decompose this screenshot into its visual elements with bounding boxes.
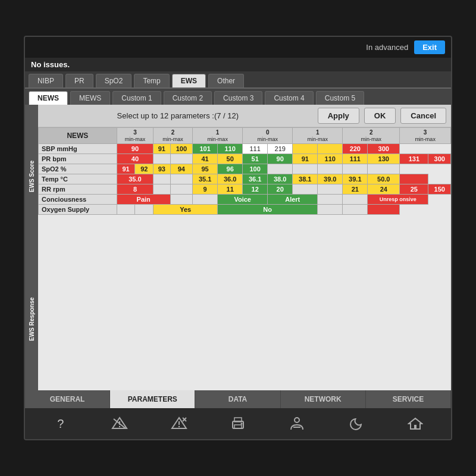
- apply-button[interactable]: Apply: [318, 108, 359, 124]
- cell-temp-2ca: 39.1: [343, 174, 368, 184]
- cell-spo2-2b: 93: [154, 164, 170, 174]
- ok-button[interactable]: OK: [364, 108, 396, 124]
- subtab-custom5[interactable]: Custom 5: [316, 91, 364, 105]
- col-header-0: 0min-max: [243, 128, 293, 144]
- subtab-custom1[interactable]: Custom 1: [112, 91, 161, 105]
- cell-pr-0a: 51: [243, 154, 268, 164]
- night-icon[interactable]: [345, 413, 368, 434]
- cell-o2-no: No: [218, 205, 318, 215]
- cell-sbp-1ca: [293, 144, 318, 154]
- cell-pr-2b: [170, 154, 193, 164]
- cell-spo2-e1: [268, 164, 293, 174]
- bottom-tabs: GENERAL PARAMETERS DATA NETWORK SERVICE: [25, 390, 451, 408]
- table-row: SpO2 % 91 92 93 94 95 96 100: [39, 164, 451, 174]
- bottom-icons: ?: [25, 408, 451, 439]
- cell-sbp-1b: 110: [218, 144, 243, 154]
- tab-other[interactable]: Other: [208, 74, 244, 87]
- row-label-rr: RR rpm: [39, 184, 117, 195]
- print-icon[interactable]: [226, 413, 250, 434]
- screen: In advanced Exit No issues. NIBP PR SpO2…: [24, 36, 452, 440]
- bottom-tab-general[interactable]: GENERAL: [25, 390, 110, 408]
- cell-temp-1a: 35.1: [193, 174, 218, 184]
- cell-rr-3a: 25: [400, 184, 428, 195]
- cell-sbp-0a: 111: [243, 144, 268, 154]
- svg-point-6: [178, 426, 179, 427]
- select-info: Select up to 12 parameters :(7 / 12): [43, 111, 313, 120]
- subtab-news[interactable]: NEWS: [29, 91, 68, 105]
- cell-spo2-1b: 95: [193, 164, 218, 174]
- cell-rr-0a: 12: [243, 184, 268, 195]
- alarm-mute-icon[interactable]: [167, 413, 191, 434]
- side-labels: EWS Score EWS Response: [25, 105, 38, 390]
- cell-temp-0a: 36.1: [243, 174, 268, 184]
- cell-rr-1ca: [293, 184, 318, 195]
- cell-pr-3b: 300: [428, 154, 451, 164]
- table-row: Oxygen Supply Yes No: [39, 205, 451, 215]
- cell-temp-1cb: 39.0: [318, 174, 343, 184]
- cancel-button[interactable]: Cancel: [400, 108, 446, 124]
- bottom-tab-parameters[interactable]: PARAMETERS: [110, 390, 195, 408]
- table-row: Conciousness Pain Voice Alert Unresp ons…: [39, 195, 451, 205]
- cell-pr-0b: 90: [268, 154, 293, 164]
- table-row: SBP mmHg 90 91 100 101 110 111 219 220: [39, 144, 451, 154]
- subtab-mews[interactable]: MEWS: [70, 91, 110, 105]
- cell-pr-2ca: 111: [343, 154, 368, 164]
- cell-spo2-2a: 92: [135, 164, 154, 174]
- ews-score-label: EWS Score: [25, 105, 38, 248]
- row-label-pr: PR bpm: [39, 154, 117, 164]
- cell-sbp-3b: 300: [368, 144, 400, 154]
- top-tabs: NIBP PR SpO2 Temp EWS Other: [25, 71, 451, 87]
- cell-o2-e2: [135, 205, 154, 215]
- svg-point-2: [119, 426, 120, 427]
- cell-sbp-2b: 100: [170, 144, 193, 154]
- tab-spo2[interactable]: SpO2: [96, 74, 132, 87]
- tab-temp[interactable]: Temp: [134, 74, 169, 87]
- cell-sbp-1cb: [318, 144, 343, 154]
- main-content: EWS Score EWS Response Select up to 12 p…: [25, 105, 451, 390]
- bottom-tab-data[interactable]: DATA: [195, 390, 280, 408]
- row-label-o2: Oxygen Supply: [39, 205, 117, 215]
- cell-o2-yes: Yes: [154, 205, 218, 215]
- cell-rr-0b: 20: [268, 184, 293, 195]
- header: In advanced Exit: [25, 37, 451, 58]
- cell-rr-3: 8: [117, 184, 153, 195]
- patient-icon[interactable]: [285, 413, 309, 434]
- bottom-tab-service[interactable]: SERVICE: [366, 390, 451, 408]
- col-header-1: 1min-max: [193, 128, 243, 144]
- status-bar: No issues.: [25, 58, 451, 71]
- bottom-tab-network[interactable]: NETWORK: [281, 390, 366, 408]
- subtab-custom2[interactable]: Custom 2: [164, 91, 212, 105]
- home-icon[interactable]: [403, 413, 427, 434]
- cell-rr-2a: 21: [343, 184, 368, 195]
- cell-sbp-3: 90: [117, 144, 153, 154]
- cell-rr-1b: 11: [218, 184, 243, 195]
- table-row: Temp °C 35.0 35.1 36.0 36.1 38.0 38.1 39…: [39, 174, 451, 184]
- alarm-off-icon[interactable]: [108, 413, 131, 434]
- subtab-custom4[interactable]: Custom 4: [265, 91, 313, 105]
- help-icon[interactable]: ?: [49, 413, 73, 434]
- col-header-3b: 3min-max: [400, 128, 451, 144]
- tab-nibp[interactable]: NIBP: [29, 74, 63, 87]
- row-label-temp: Temp °C: [39, 174, 117, 184]
- cell-temp-0b: 38.0: [268, 174, 293, 184]
- ews-wrapper: EWS Score EWS Response Select up to 12 p…: [25, 105, 451, 390]
- cell-spo2-e2: [293, 164, 318, 174]
- cell-o2-e1: [117, 205, 135, 215]
- exit-button[interactable]: Exit: [414, 40, 445, 54]
- cell-rr-1cb: [318, 184, 343, 195]
- cell-temp-1ca: 38.1: [293, 174, 318, 184]
- header-label: In advanced: [366, 43, 408, 52]
- cell-sbp-1a: 101: [193, 144, 218, 154]
- tab-ews[interactable]: EWS: [172, 74, 206, 87]
- tab-pr[interactable]: PR: [65, 74, 93, 87]
- row-label-spo2: SpO2 %: [39, 164, 117, 174]
- col-header-1b: 1min-max: [293, 128, 343, 144]
- cell-spo2-e5: [368, 164, 400, 174]
- cell-pr-2cb: 130: [368, 154, 400, 164]
- cell-pr-3a: 131: [400, 154, 428, 164]
- cell-con-2b: [193, 195, 218, 205]
- cell-pr-1cb: 110: [318, 154, 343, 164]
- cell-temp-3a: [400, 174, 428, 184]
- subtab-custom3[interactable]: Custom 3: [214, 91, 262, 105]
- cell-con-3b: Unresp onsive: [368, 195, 428, 205]
